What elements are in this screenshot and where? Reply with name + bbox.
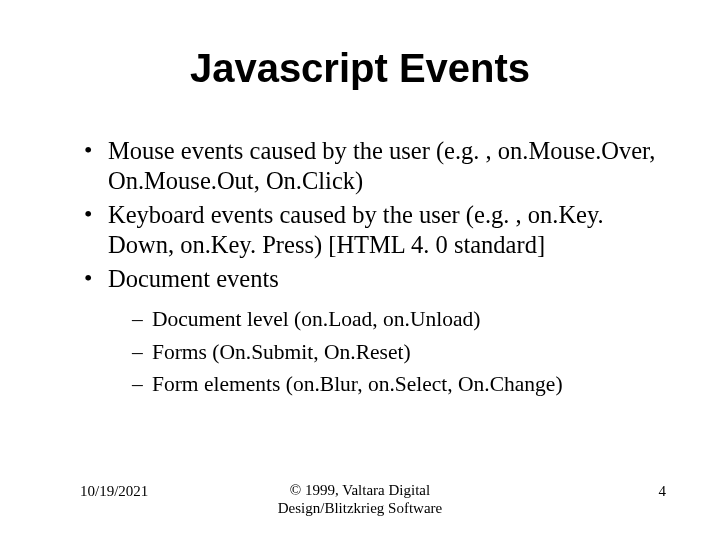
footer-center: © 1999, Valtara Digital Design/Blitzkrie…	[0, 481, 720, 519]
sub-bullet-item: Forms (On.Submit, On.Reset)	[132, 336, 660, 368]
footer-center-line2: Design/Blitzkrieg Software	[278, 500, 443, 516]
sub-bullet-text: Document level (on.Load, on.Unload)	[152, 307, 480, 331]
slide-title: Javascript Events	[0, 46, 720, 91]
sub-bullet-item: Document level (on.Load, on.Unload)	[132, 303, 660, 335]
slide-footer: 10/19/2021 © 1999, Valtara Digital Desig…	[0, 476, 720, 520]
sub-bullet-list: Document level (on.Load, on.Unload) Form…	[108, 303, 660, 400]
sub-bullet-text: Forms (On.Submit, On.Reset)	[152, 340, 411, 364]
sub-bullet-item: Form elements (on.Blur, on.Select, On.Ch…	[132, 368, 660, 400]
bullet-list: Mouse events caused by the user (e.g. , …	[80, 136, 660, 400]
bullet-item: Mouse events caused by the user (e.g. , …	[80, 136, 660, 196]
slide: Javascript Events Mouse events caused by…	[0, 0, 720, 540]
slide-body: Mouse events caused by the user (e.g. , …	[80, 136, 660, 404]
sub-bullet-text: Form elements (on.Blur, on.Select, On.Ch…	[152, 372, 563, 396]
bullet-text: Document events	[108, 265, 279, 292]
bullet-item: Document events Document level (on.Load,…	[80, 264, 660, 401]
bullet-text: Keyboard events caused by the user (e.g.…	[108, 201, 604, 258]
bullet-text: Mouse events caused by the user (e.g. , …	[108, 137, 655, 194]
footer-center-line1: © 1999, Valtara Digital	[290, 482, 430, 498]
footer-page-number: 4	[659, 483, 667, 500]
bullet-item: Keyboard events caused by the user (e.g.…	[80, 200, 660, 260]
